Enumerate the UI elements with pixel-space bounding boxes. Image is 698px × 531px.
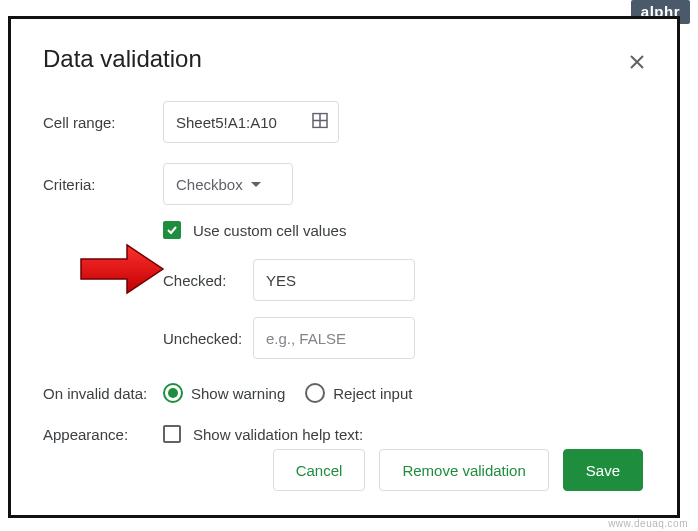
- criteria-row: Criteria: Checkbox: [43, 163, 643, 205]
- close-button[interactable]: [623, 49, 651, 77]
- close-icon: [630, 53, 644, 74]
- use-custom-row: Use custom cell values: [163, 221, 643, 239]
- appearance-label: Appearance:: [43, 426, 163, 443]
- criteria-value: Checkbox: [176, 176, 243, 193]
- on-invalid-row: On invalid data: Show warning Reject inp…: [43, 383, 643, 403]
- appearance-checkbox[interactable]: [163, 425, 181, 443]
- radio-reject-input-label: Reject input: [333, 385, 412, 402]
- use-custom-checkbox[interactable]: [163, 221, 181, 239]
- use-custom-label: Use custom cell values: [193, 222, 346, 239]
- cell-range-input[interactable]: Sheet5!A1:A10: [163, 101, 339, 143]
- cell-range-row: Cell range: Sheet5!A1:A10: [43, 101, 643, 143]
- unchecked-input[interactable]: [253, 317, 415, 359]
- data-validation-dialog: Data validation Cell range: Sheet5!A1:A1…: [8, 16, 680, 518]
- chevron-down-icon: [251, 182, 261, 187]
- unchecked-row: Unchecked:: [163, 317, 643, 359]
- svg-marker-3: [81, 245, 163, 293]
- cancel-button[interactable]: Cancel: [273, 449, 366, 491]
- checked-label: Checked:: [163, 272, 253, 289]
- dialog-title: Data validation: [43, 45, 643, 73]
- grid-select-icon[interactable]: [312, 113, 328, 132]
- criteria-label: Criteria:: [43, 176, 163, 193]
- watermark: www.deuaq.com: [608, 518, 688, 529]
- unchecked-label: Unchecked:: [163, 330, 253, 347]
- annotation-arrow-icon: [79, 243, 165, 295]
- radio-icon: [305, 383, 325, 403]
- radio-show-warning[interactable]: Show warning: [163, 383, 285, 403]
- appearance-row: Appearance: Show validation help text:: [43, 425, 643, 443]
- radio-show-warning-label: Show warning: [191, 385, 285, 402]
- remove-validation-button[interactable]: Remove validation: [379, 449, 548, 491]
- checked-input[interactable]: [253, 259, 415, 301]
- cell-range-value: Sheet5!A1:A10: [176, 114, 277, 131]
- radio-reject-input[interactable]: Reject input: [305, 383, 412, 403]
- on-invalid-label: On invalid data:: [43, 385, 163, 402]
- cell-range-label: Cell range:: [43, 114, 163, 131]
- dialog-footer: Cancel Remove validation Save: [273, 449, 643, 491]
- checked-row: Checked:: [163, 259, 643, 301]
- appearance-checkbox-label: Show validation help text:: [193, 426, 363, 443]
- radio-icon: [163, 383, 183, 403]
- save-button[interactable]: Save: [563, 449, 643, 491]
- criteria-dropdown[interactable]: Checkbox: [163, 163, 293, 205]
